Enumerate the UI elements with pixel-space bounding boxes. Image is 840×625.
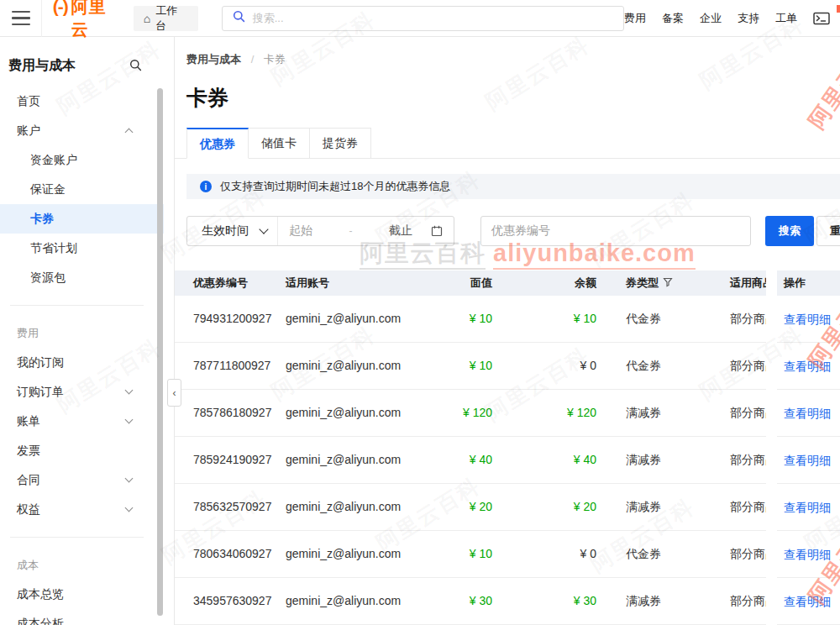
filter-funnel-icon[interactable] [663, 271, 673, 297]
tabbar: 优惠券储值卡提货券 [175, 128, 840, 159]
tab-2[interactable]: 提货券 [309, 128, 371, 159]
cell-balance: ¥ 20 [522, 484, 596, 530]
sidebar-item-9[interactable]: 我的订阅 [0, 348, 164, 377]
sidebar-item-0[interactable]: 首页 [0, 87, 164, 116]
sidebar-item-17[interactable]: 成本总览 [0, 580, 164, 609]
cell-coupon_type: 代金券 [626, 531, 706, 577]
pinned-cell-6: 查看明细 [777, 578, 840, 625]
col-header-action: 操作 [777, 270, 840, 296]
sidebar-search-icon[interactable] [129, 59, 142, 75]
view-detail-link[interactable]: 查看明细 [784, 501, 831, 514]
table-row-1: 787711800927gemini_z@aliyun.com¥ 10¥ 0代金… [175, 343, 766, 390]
col-header-label: 优惠券编号 [193, 276, 248, 289]
topnav-item-3[interactable]: 支持 [738, 11, 759, 26]
view-detail-link[interactable]: 查看明细 [784, 454, 831, 467]
end-date-input[interactable]: 截止 [389, 223, 412, 239]
sidebar-item-10[interactable]: 订购订单 [0, 377, 164, 407]
cell-balance: ¥ 120 [522, 390, 596, 436]
sidebar-item-3[interactable]: 保证金 [0, 175, 164, 204]
chevron-down-icon [125, 386, 134, 395]
sidebar-item-label: 我的订阅 [17, 355, 64, 369]
sidebar-item-label: 账户 [17, 123, 40, 137]
cell-coupon_type: 满减券 [626, 390, 706, 436]
aliyun-logo[interactable]: (-) 阿里云 [53, 0, 123, 41]
page-title: 卡券 [186, 84, 228, 112]
table-row-5: 780634060927gemini_z@aliyun.com¥ 10¥ 0代金… [175, 531, 766, 578]
coupon-number-input[interactable]: 优惠券编号 [480, 216, 751, 246]
sidebar-item-label: 资源包 [30, 270, 66, 284]
search-placeholder: 搜索... [253, 11, 284, 26]
chevron-down-icon [125, 475, 134, 483]
topnav-item-0[interactable]: 费用 [624, 11, 646, 26]
sidebar-item-5[interactable]: 节省计划 [0, 234, 164, 263]
view-detail-link[interactable]: 查看明细 [784, 548, 831, 561]
cell-balance: ¥ 10 [522, 296, 596, 342]
range-separator: - [349, 225, 353, 237]
col-header-products: 适用商品 [730, 270, 766, 296]
cell-account: gemini_z@aliyun.com [286, 578, 428, 624]
sidebar-item-label: 节省计划 [30, 241, 77, 255]
sidebar-item-label: 合同 [17, 473, 40, 486]
col-header-coupon_type: 券类型 [626, 270, 706, 296]
view-detail-link[interactable]: 查看明细 [784, 360, 831, 373]
table-header: 优惠券编号适用账号面值余额券类型适用商品 [175, 270, 766, 296]
time-field-select[interactable]: 生效时间 [187, 217, 278, 245]
table-row-6: 345957630927gemini_z@aliyun.com¥ 30¥ 30满… [175, 578, 766, 625]
chevron-down-icon [259, 224, 268, 234]
sidebar-item-6[interactable]: 资源包 [0, 263, 164, 292]
topnav-item-2[interactable]: 企业 [700, 11, 722, 26]
sidebar-divider [10, 305, 144, 306]
view-detail-link[interactable]: 查看明细 [784, 312, 831, 326]
search-button[interactable]: 搜索 [765, 216, 814, 246]
hamburger-menu-icon[interactable] [12, 11, 30, 25]
cell-coupon_id: 785632570927 [193, 484, 290, 530]
coupon-table: 优惠券编号适用账号面值余额券类型适用商品 794931200927gemini_… [175, 270, 766, 625]
topnav-item-4[interactable]: 工单 [775, 11, 797, 26]
sidebar-item-label: 订购订单 [17, 385, 64, 398]
view-detail-link[interactable]: 查看明细 [784, 595, 831, 608]
topnav-items: 费用备案企业支持工单 [624, 11, 797, 26]
cell-account: gemini_z@aliyun.com [286, 531, 428, 577]
cell-face_value: ¥ 30 [418, 578, 492, 624]
cell-account: gemini_z@aliyun.com [286, 437, 428, 483]
cell-products: 部分商品 [730, 390, 766, 436]
cell-coupon_id: 785786180927 [193, 390, 290, 436]
topnav-item-1[interactable]: 备案 [662, 11, 684, 26]
cell-coupon_id: 785924190927 [193, 437, 290, 483]
sidebar-item-18[interactable]: 成本分析 [0, 609, 164, 625]
date-range-inputs[interactable]: 起始 - 截止 [278, 223, 454, 239]
workbench-button[interactable]: ⌂ 工作台 [134, 6, 198, 31]
sidebar-item-14[interactable]: 权益 [0, 495, 164, 524]
col-header-label: 面值 [470, 276, 492, 289]
sidebar-item-2[interactable]: 资金账户 [0, 145, 164, 175]
calendar-icon[interactable] [431, 225, 443, 237]
sidebar-item-13[interactable]: 合同 [0, 465, 164, 495]
start-date-input[interactable]: 起始 [289, 223, 312, 239]
sidebar-item-label: 费用 [17, 327, 39, 339]
cell-coupon_type: 代金券 [626, 343, 706, 389]
collapse-chevron-icon: ‹ [173, 387, 176, 399]
sidebar-item-12[interactable]: 发票 [0, 436, 164, 465]
cell-face_value: ¥ 10 [418, 531, 492, 577]
reset-button[interactable]: 重置 [816, 216, 840, 246]
tab-0[interactable]: 优惠券 [186, 128, 249, 159]
sidebar-item-4[interactable]: 卡券 [0, 204, 164, 234]
cell-products: 部分商品 [730, 484, 766, 530]
sidebar-scrollbar[interactable] [157, 88, 163, 616]
sidebar-item-11[interactable]: 账单 [0, 407, 164, 436]
sidebar-collapse-button[interactable]: ‹ [167, 379, 181, 407]
global-search-input[interactable]: 搜索... [222, 6, 624, 31]
terminal-icon[interactable] [813, 12, 830, 25]
tab-1[interactable]: 储值卡 [248, 128, 310, 159]
sidebar-title: 费用与成本 [8, 57, 149, 75]
table-row-3: 785924190927gemini_z@aliyun.com¥ 40¥ 40满… [175, 437, 766, 484]
cell-balance: ¥ 40 [522, 437, 596, 483]
cell-account: gemini_z@aliyun.com [286, 484, 428, 530]
cell-coupon_id: 794931200927 [193, 296, 290, 342]
view-detail-link[interactable]: 查看明细 [784, 407, 831, 420]
sidebar-item-1[interactable]: 账户 [0, 116, 164, 145]
breadcrumb-parent[interactable]: 费用与成本 [186, 53, 241, 66]
table-row-4: 785632570927gemini_z@aliyun.com¥ 20¥ 20满… [175, 484, 766, 531]
cell-products: 部分商品 [730, 578, 766, 624]
sidebar-item-label: 权益 [17, 502, 40, 516]
